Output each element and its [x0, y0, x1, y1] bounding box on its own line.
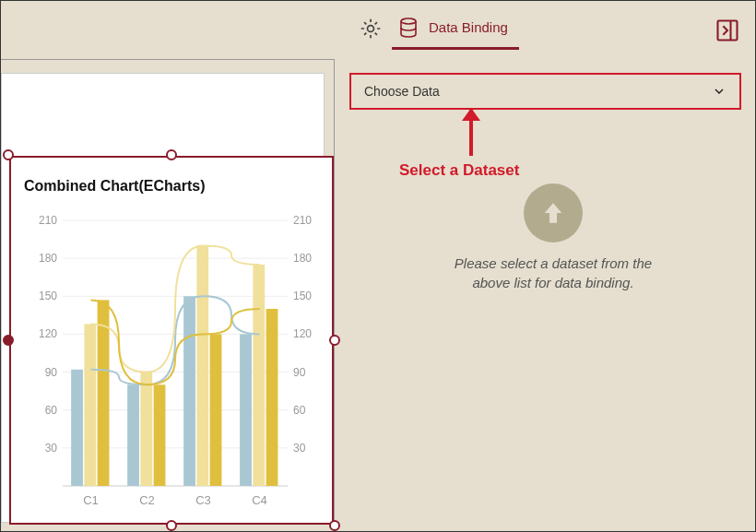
- svg-rect-34: [183, 296, 195, 486]
- svg-rect-36: [210, 334, 222, 486]
- svg-text:C2: C2: [139, 493, 155, 507]
- help-line1: Please select a dataset from the: [455, 255, 652, 271]
- svg-rect-27: [84, 324, 96, 486]
- svg-text:60: 60: [293, 404, 306, 417]
- svg-rect-40: [266, 309, 278, 486]
- upload-arrow-icon: [538, 198, 568, 228]
- callout-text: Select a Dataset: [399, 161, 519, 180]
- svg-rect-35: [196, 245, 208, 486]
- svg-text:30: 30: [45, 442, 58, 455]
- svg-text:210: 210: [39, 215, 57, 227]
- resize-handle-bottom-right[interactable]: [329, 520, 340, 531]
- svg-text:90: 90: [293, 366, 306, 379]
- resize-handle-top-left[interactable]: [3, 149, 14, 160]
- chart-title: Combined Chart(ECharts): [24, 178, 205, 195]
- data-binding-tab[interactable]: Data Binding: [392, 7, 519, 50]
- svg-rect-32: [154, 384, 166, 486]
- chart-plot: 303060609090120120150150180180210210C1C2…: [24, 215, 323, 510]
- svg-text:30: 30: [293, 442, 306, 455]
- collapse-panel-button[interactable]: [715, 18, 740, 43]
- data-binding-label: Data Binding: [429, 19, 508, 35]
- svg-point-1: [401, 18, 416, 24]
- svg-rect-30: [127, 384, 139, 486]
- chart-widget[interactable]: Combined Chart(ECharts) 3030606090901201…: [9, 156, 334, 525]
- svg-text:C3: C3: [195, 493, 211, 507]
- resize-handle-left[interactable]: [3, 335, 14, 346]
- svg-point-0: [368, 26, 374, 32]
- gear-icon: [359, 17, 383, 41]
- chevron-down-icon: [712, 84, 726, 99]
- svg-text:150: 150: [39, 290, 57, 302]
- svg-rect-31: [140, 372, 152, 486]
- upload-placeholder: [524, 183, 583, 242]
- panel-collapse-icon: [715, 18, 740, 43]
- svg-text:180: 180: [293, 252, 312, 265]
- svg-text:180: 180: [39, 252, 57, 265]
- top-tab-bar: Data Binding: [1, 1, 755, 56]
- svg-text:120: 120: [39, 327, 57, 340]
- svg-rect-38: [240, 334, 252, 486]
- resize-handle-right[interactable]: [329, 335, 340, 346]
- svg-text:150: 150: [293, 290, 312, 302]
- help-line2: above list for data binding.: [472, 275, 633, 290]
- choose-data-dropdown[interactable]: Choose Data: [349, 73, 741, 110]
- choose-data-label: Choose Data: [364, 84, 440, 99]
- svg-text:60: 60: [45, 404, 58, 417]
- database-icon: [397, 17, 419, 39]
- svg-rect-26: [71, 370, 83, 486]
- svg-text:120: 120: [293, 327, 312, 340]
- resize-handle-top[interactable]: [166, 149, 177, 160]
- help-text: Please select a dataset from the above l…: [440, 254, 667, 292]
- settings-tab[interactable]: [349, 7, 392, 50]
- svg-rect-39: [253, 265, 265, 486]
- svg-text:90: 90: [45, 366, 58, 379]
- callout-arrow: [469, 110, 473, 156]
- svg-text:C4: C4: [252, 493, 267, 507]
- svg-text:C1: C1: [83, 493, 99, 507]
- resize-handle-bottom[interactable]: [166, 520, 177, 531]
- svg-text:210: 210: [293, 215, 312, 227]
- chart-widget-container[interactable]: Combined Chart(ECharts) 3030606090901201…: [9, 156, 334, 525]
